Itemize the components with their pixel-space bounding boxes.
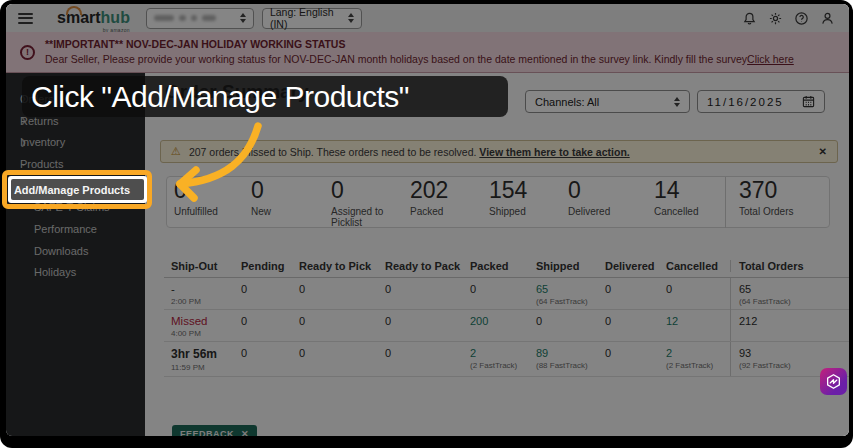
tutorial-highlight-box: Add/Manage Products	[2, 170, 152, 209]
sidebar-item-add-manage-products[interactable]: Add/Manage Products	[11, 179, 144, 200]
widget-badge-button[interactable]	[820, 368, 847, 395]
tutorial-tooltip: Click "Add/Manage Products"	[22, 76, 508, 117]
tutorial-arrow-icon	[145, 115, 285, 210]
tutorial-dim-overlay	[6, 4, 849, 436]
app-screen: smarthub by amazon Lang: English (IN) !	[6, 4, 849, 436]
hexagon-zigzag-icon	[825, 373, 842, 390]
tutorial-highlight-ring: Add/Manage Products	[8, 176, 147, 203]
app-window: smarthub by amazon Lang: English (IN) !	[0, 0, 853, 448]
